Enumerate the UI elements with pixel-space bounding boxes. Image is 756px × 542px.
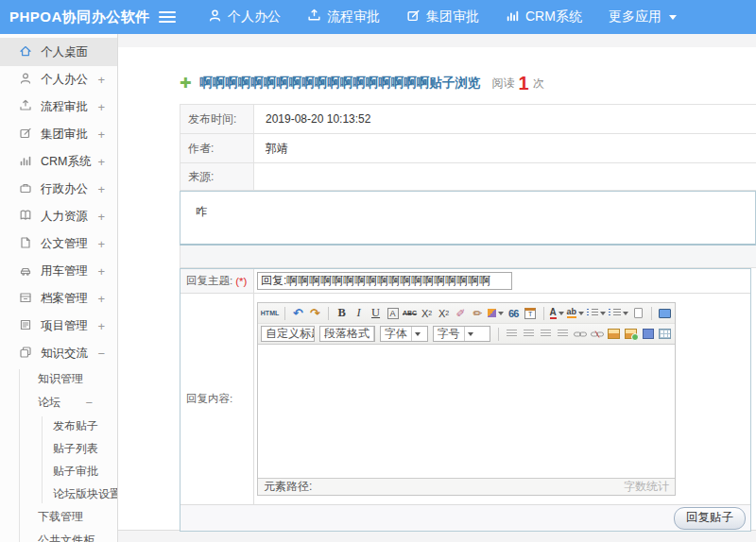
insert-multi-image-button[interactable] xyxy=(624,326,638,342)
reply-subject-row: 回复主题: (*) xyxy=(180,269,750,294)
new-page-button[interactable] xyxy=(631,305,645,321)
sidebar-item-forum[interactable]: 论坛 − xyxy=(0,391,117,415)
blockquote-button[interactable]: 66 xyxy=(507,305,521,321)
app-logo: PHPOA协同办公软件 xyxy=(0,8,159,26)
nav-workflow-approval[interactable]: 流程审批 xyxy=(307,8,380,25)
sidebar-item-document-mgmt[interactable]: 公文管理 + xyxy=(0,230,117,258)
editor-content-area[interactable] xyxy=(258,345,675,478)
chevron-down-icon xyxy=(578,312,584,315)
redo-icon[interactable]: ↷ xyxy=(308,305,322,321)
sidebar-item-post-create[interactable]: 发布贴子 xyxy=(0,415,117,437)
menu-toggle-icon[interactable] xyxy=(159,11,176,23)
nav-label: 个人办公 xyxy=(228,8,281,25)
sidebar-item-knowledge-exchange[interactable]: 知识交流 − xyxy=(0,340,117,367)
sidebar-item-vehicle-mgmt[interactable]: 用车管理 + xyxy=(0,258,117,285)
highlight-color-button[interactable]: ab xyxy=(567,305,584,321)
nav-crm-system[interactable]: CRM系统 xyxy=(506,8,582,25)
sidebar-item-archive-mgmt[interactable]: 档案管理 + xyxy=(0,285,117,313)
sidebar-item-post-list[interactable]: 贴子列表 xyxy=(0,437,117,460)
expand-icon[interactable]: + xyxy=(97,73,105,87)
insert-media-button[interactable] xyxy=(641,326,655,342)
car-icon xyxy=(19,263,41,279)
page-title: 啊啊啊啊啊啊啊啊啊啊啊啊啊啊啊啊啊啊贴子浏览 xyxy=(200,75,481,92)
editor-toolbar-row2: 自定义标题 段落格式 字体 字号 xyxy=(258,324,675,345)
workflow-icon xyxy=(307,8,321,25)
font-color-button[interactable]: A xyxy=(550,305,564,321)
chevron-down-icon xyxy=(415,332,421,336)
italic-button[interactable]: I xyxy=(352,305,366,321)
list-icon xyxy=(609,309,621,317)
align-center-button[interactable] xyxy=(522,326,536,342)
sidebar-item-public-file-cabinet[interactable]: 公共文件柜 xyxy=(0,529,117,542)
sidebar-item-hr[interactable]: 人力资源 + xyxy=(0,203,117,230)
align-right-button[interactable] xyxy=(539,326,553,342)
insert-image-button[interactable] xyxy=(607,326,621,342)
link-button[interactable] xyxy=(573,326,587,342)
sidebar-item-workflow-approval[interactable]: 流程审批 + xyxy=(0,93,117,121)
sidebar-item-desktop[interactable]: 个人桌面 xyxy=(0,38,117,66)
collapse-icon[interactable]: − xyxy=(97,347,105,361)
expand-icon[interactable]: + xyxy=(97,100,105,114)
eraser-icon[interactable]: ✐ xyxy=(454,305,468,321)
unlink-button[interactable] xyxy=(590,326,604,342)
chevron-down-icon xyxy=(558,312,564,315)
align-left-button[interactable] xyxy=(505,326,519,342)
archive-icon xyxy=(19,291,41,307)
font-size-dropdown[interactable]: 字号 xyxy=(433,326,491,342)
sidebar-item-project-mgmt[interactable]: 项目管理 + xyxy=(0,313,117,340)
sidebar-item-personal-office[interactable]: 个人办公 + xyxy=(0,66,117,93)
justify-button[interactable] xyxy=(556,326,570,342)
superscript-button[interactable]: X2 xyxy=(420,305,434,321)
custom-heading-dropdown[interactable]: 自定义标题 xyxy=(261,326,315,342)
quick-format-button[interactable] xyxy=(488,305,504,321)
sidebar-item-forum-board-settings[interactable]: 论坛版块设置 xyxy=(0,483,117,505)
element-path-label: 元素路径: xyxy=(264,479,312,495)
post-table-footer xyxy=(180,246,756,268)
expand-icon[interactable]: + xyxy=(97,182,105,196)
expand-icon[interactable]: + xyxy=(97,292,105,306)
sidebar-item-admin-office[interactable]: 行政办公 + xyxy=(0,176,117,203)
expand-icon[interactable]: + xyxy=(97,264,105,279)
nav-more-apps[interactable]: 更多应用 xyxy=(609,8,677,25)
reply-subject-input[interactable] xyxy=(257,272,512,290)
undo-icon[interactable]: ↶ xyxy=(291,305,305,321)
paragraph-format-dropdown[interactable]: 段落格式 xyxy=(319,326,375,342)
sidebar-item-post-approval[interactable]: 贴子审批 xyxy=(0,460,117,483)
ordered-list-button[interactable] xyxy=(587,305,607,321)
expand-icon[interactable]: + xyxy=(97,155,105,169)
fullscreen-button[interactable] xyxy=(658,305,672,321)
expand-icon[interactable]: + xyxy=(97,210,105,224)
source-code-button[interactable]: HTML xyxy=(261,305,279,321)
nav-group-approval[interactable]: 集团审批 xyxy=(406,8,479,25)
subscript-button[interactable]: X2 xyxy=(437,305,451,321)
nav-personal-office[interactable]: 个人办公 xyxy=(208,8,281,25)
content-card: ✚ 啊啊啊啊啊啊啊啊啊啊啊啊啊啊啊啊啊啊贴子浏览 阅读 1 次 发布时间: 20… xyxy=(118,47,756,531)
briefcase-icon xyxy=(19,181,41,197)
reply-submit-button[interactable]: 回复贴子 xyxy=(674,507,746,530)
bold-button[interactable]: B xyxy=(335,305,349,321)
sidebar-item-download-mgmt[interactable]: 下载管理 xyxy=(0,505,117,529)
align-right-icon xyxy=(541,330,551,338)
expand-icon[interactable]: + xyxy=(97,237,105,251)
insert-table-button[interactable] xyxy=(658,326,672,342)
publish-time-label: 发布时间: xyxy=(180,105,254,133)
collapse-icon[interactable]: − xyxy=(85,396,93,410)
remove-format-button[interactable]: ABC xyxy=(403,305,417,321)
book-icon xyxy=(19,209,41,225)
color-splash-icon xyxy=(488,309,496,317)
sidebar-item-group-approval[interactable]: 集团审批 + xyxy=(0,121,117,148)
sidebar-item-knowledge-mgmt[interactable]: 知识管理 xyxy=(0,367,117,391)
reply-form: 回复主题: (*) 回复内容: HTML xyxy=(180,268,751,532)
table-row: 来源: xyxy=(180,163,756,191)
format-brush-icon[interactable]: ✏ xyxy=(471,305,485,321)
nav-label: 集团审批 xyxy=(426,8,479,25)
expand-icon[interactable]: + xyxy=(97,319,105,333)
insert-date-button[interactable]: T xyxy=(524,305,538,321)
strikethrough-button[interactable]: A xyxy=(387,308,399,319)
font-family-dropdown[interactable]: 字体 xyxy=(380,326,428,342)
unordered-list-button[interactable] xyxy=(609,305,628,321)
read-count: 1 xyxy=(519,74,529,93)
expand-icon[interactable]: + xyxy=(97,127,105,142)
sidebar-item-crm[interactable]: CRM系统 + xyxy=(0,148,117,176)
underline-button[interactable]: U xyxy=(369,305,383,321)
